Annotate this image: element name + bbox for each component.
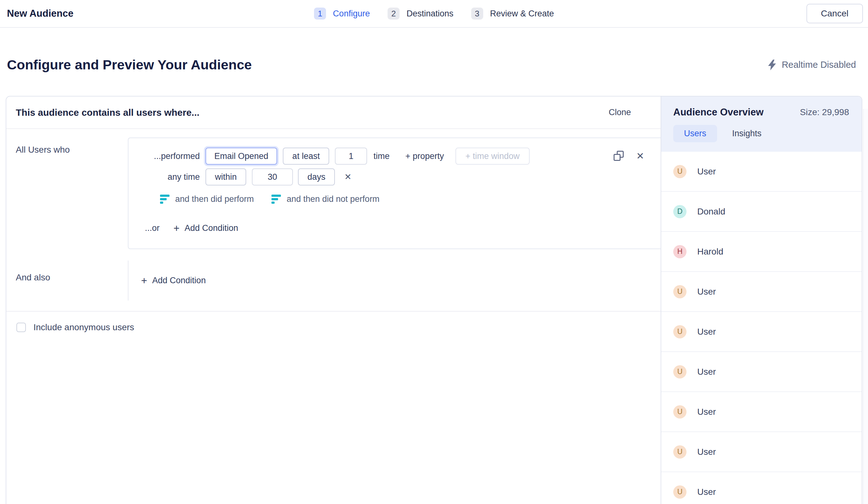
audience-overview-panel: Audience Overview Size: 29,998 Users Ins…: [661, 96, 862, 504]
audience-size: Size: 29,998: [800, 107, 849, 117]
size-label: Size:: [800, 107, 819, 117]
user-list-item[interactable]: U User: [661, 352, 862, 392]
user-avatar: U: [673, 485, 686, 498]
add-condition-button[interactable]: + Add Condition: [141, 275, 206, 286]
condition-section-and-also: And also + Add Condition: [6, 261, 661, 301]
user-avatar: U: [673, 445, 686, 459]
user-avatar: U: [673, 165, 686, 178]
funnel-icon: [160, 195, 170, 204]
add-condition-label: Add Condition: [152, 276, 206, 285]
anytime-label: any time: [153, 172, 200, 182]
sequential-condition-row: and then did perform and then did not pe…: [160, 194, 644, 204]
user-name: User: [697, 487, 716, 497]
remove-time-window-icon[interactable]: ✕: [344, 173, 352, 181]
add-property-button[interactable]: + property: [405, 151, 444, 161]
operator-select[interactable]: at least: [283, 148, 329, 165]
window-count-input[interactable]: [252, 168, 293, 186]
funnel-icon: [271, 195, 281, 204]
performed-label: ...performed: [153, 151, 200, 161]
copy-icon-front: [613, 154, 621, 161]
step-configure[interactable]: 1 Configure: [314, 8, 370, 20]
empty-condition-group: + Add Condition: [128, 261, 661, 301]
builder-pane: This audience contains all users where..…: [6, 96, 661, 504]
user-avatar: U: [673, 365, 686, 378]
step-label: Review & Create: [490, 9, 554, 19]
add-condition-button[interactable]: + Add Condition: [174, 223, 238, 233]
step-number-badge: 2: [388, 8, 400, 20]
user-avatar: U: [673, 405, 686, 419]
user-list-item[interactable]: U User: [661, 432, 862, 472]
step-number-badge: 3: [471, 8, 483, 20]
time-window-row: any time within days ✕: [153, 168, 644, 186]
page-title: Configure and Preview Your Audience: [7, 57, 252, 73]
size-value: 29,998: [822, 107, 849, 117]
include-anonymous-label: Include anonymous users: [33, 322, 134, 333]
duplicate-condition-icon[interactable]: [613, 151, 624, 161]
add-time-window-button[interactable]: + time window: [455, 148, 530, 165]
user-name: Donald: [697, 207, 725, 217]
user-name: User: [697, 167, 716, 177]
user-list-item[interactable]: H Harold: [661, 232, 862, 272]
overview-header: Audience Overview Size: 29,998 Users Ins…: [661, 96, 862, 152]
window-unit-select[interactable]: days: [298, 168, 335, 186]
tab-insights[interactable]: Insights: [732, 129, 762, 138]
step-destinations[interactable]: 2 Destinations: [388, 8, 454, 20]
user-list-item[interactable]: U User: [661, 312, 862, 352]
within-select[interactable]: within: [206, 168, 246, 186]
tab-users[interactable]: Users: [673, 125, 717, 142]
plus-icon: +: [141, 275, 147, 286]
overview-tabs: Users Insights: [673, 125, 849, 142]
user-preview-list: U User D Donald H Harold U User U User U…: [661, 152, 862, 504]
wizard-stepper: 1 Configure 2 Destinations 3 Review & Cr…: [314, 8, 554, 20]
add-condition-label: Add Condition: [185, 223, 238, 233]
step-label: Destinations: [406, 9, 454, 19]
user-list-item[interactable]: D Donald: [661, 192, 862, 232]
lightning-bolt-icon: [768, 60, 776, 70]
then-did-not-perform-button[interactable]: and then did not perform: [287, 194, 379, 204]
user-avatar: H: [673, 245, 686, 258]
user-name: User: [697, 367, 716, 377]
remove-condition-icon[interactable]: ✕: [636, 151, 644, 161]
anonymous-users-row: Include anonymous users: [6, 312, 661, 333]
then-did-perform-button[interactable]: and then did perform: [175, 194, 254, 204]
top-bar: New Audience 1 Configure 2 Destinations …: [0, 0, 868, 28]
condition-group: ...performed Email Opened at least time …: [128, 137, 661, 249]
user-avatar: U: [673, 325, 686, 338]
step-label: Configure: [333, 9, 370, 19]
event-select[interactable]: Email Opened: [206, 148, 277, 165]
step-number-badge: 1: [314, 8, 326, 20]
user-list-item[interactable]: U User: [661, 392, 862, 432]
condition-section-all-users: All Users who ...performed Email Opened …: [6, 129, 661, 249]
include-anonymous-checkbox[interactable]: [17, 323, 26, 332]
window-title: New Audience: [7, 8, 74, 19]
overview-title: Audience Overview: [673, 107, 764, 118]
clone-button[interactable]: Clone: [609, 107, 631, 117]
user-name: User: [697, 407, 716, 417]
count-input[interactable]: [335, 148, 367, 165]
builder-header: This audience contains all users where..…: [6, 96, 661, 129]
step-review-create[interactable]: 3 Review & Create: [471, 8, 554, 20]
user-name: User: [697, 287, 716, 297]
time-label: time: [373, 151, 390, 161]
or-label: ...or: [145, 223, 160, 233]
cancel-button[interactable]: Cancel: [806, 4, 863, 23]
user-list-item[interactable]: U User: [661, 272, 862, 312]
section-label: And also: [6, 261, 128, 283]
plus-icon: +: [174, 223, 179, 233]
builder-title: This audience contains all users where..…: [16, 107, 199, 118]
page-heading-row: Configure and Preview Your Audience Real…: [7, 57, 856, 73]
realtime-status: Realtime Disabled: [768, 60, 856, 70]
user-list-item[interactable]: U User: [661, 152, 862, 192]
audience-builder-card: This audience contains all users where..…: [6, 96, 862, 504]
page-scrollbar[interactable]: [863, 109, 868, 504]
user-avatar: U: [673, 285, 686, 298]
user-list-item[interactable]: U User: [661, 472, 862, 504]
user-name: User: [697, 327, 716, 337]
or-row: ...or + Add Condition: [145, 223, 644, 233]
event-condition-row: ...performed Email Opened at least time …: [153, 148, 644, 165]
realtime-status-label: Realtime Disabled: [782, 60, 856, 70]
section-label: All Users who: [6, 129, 128, 155]
user-avatar: D: [673, 205, 686, 218]
user-name: Harold: [697, 246, 723, 257]
user-name: User: [697, 447, 716, 457]
